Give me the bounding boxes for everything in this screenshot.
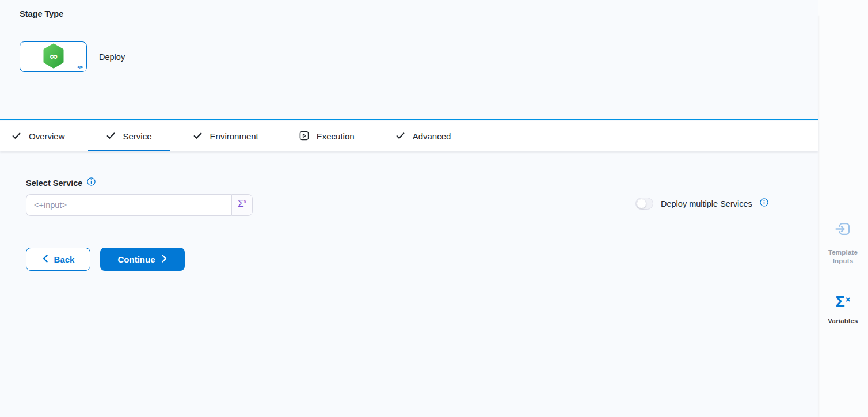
variables-rail-item[interactable]: Σ× Variables: [818, 294, 868, 325]
stage-card-label: Deploy: [99, 52, 125, 62]
tab-label: Execution: [317, 131, 355, 141]
select-service-label-row: Select Service: [26, 177, 96, 188]
stage-type-section: Stage Type ∞ </> Deploy: [0, 0, 818, 120]
variables-label: Variables: [825, 317, 862, 325]
toggle-knob: [637, 199, 646, 208]
check-icon: [395, 131, 405, 142]
back-button[interactable]: Back: [26, 248, 90, 271]
variables-sigma-icon: Σ×: [836, 294, 851, 310]
select-service-input-group: Σx: [26, 194, 253, 216]
stage-config-panel: Stage Type ∞ </> Deploy: [0, 0, 818, 417]
template-inputs-rail-item[interactable]: Template Inputs: [818, 221, 868, 266]
chevron-left-icon: [42, 255, 48, 264]
info-icon[interactable]: [760, 198, 768, 209]
code-view-icon: </>: [77, 65, 83, 70]
continue-button[interactable]: Continue: [100, 248, 185, 271]
tab-service[interactable]: Service: [88, 121, 170, 151]
deploy-stage-card[interactable]: ∞ </>: [20, 41, 87, 72]
svg-text:∞: ∞: [50, 50, 58, 62]
right-rail-divider: [818, 16, 818, 417]
check-icon: [12, 131, 21, 142]
deploy-multiple-services-row: Deploy multiple Services: [635, 198, 768, 210]
select-service-input[interactable]: [26, 194, 231, 216]
right-rail: Template Inputs Σ× Variables: [818, 0, 868, 417]
select-service-label: Select Service: [26, 179, 82, 188]
tab-label: Overview: [29, 131, 65, 141]
stage-tabs: Overview Service Environment Execution: [0, 121, 818, 151]
template-inputs-label: Template Inputs: [825, 248, 862, 266]
check-icon: [106, 131, 116, 142]
execution-play-icon: [299, 131, 309, 142]
chevron-right-icon: [161, 255, 167, 264]
template-inputs-icon: [835, 221, 851, 240]
tab-label: Environment: [210, 131, 258, 141]
tab-label: Service: [123, 131, 152, 141]
runtime-input-sigma-button[interactable]: Σx: [231, 194, 253, 216]
tab-label: Advanced: [413, 131, 451, 141]
deploy-multiple-services-label: Deploy multiple Services: [661, 199, 752, 208]
check-icon: [193, 131, 203, 142]
wizard-nav-buttons: Back Continue: [26, 248, 185, 271]
deploy-stage-icon: ∞: [42, 43, 65, 71]
stage-type-heading: Stage Type: [20, 9, 63, 18]
info-icon[interactable]: [87, 177, 96, 188]
tab-execution[interactable]: Execution: [281, 121, 372, 151]
tab-environment[interactable]: Environment: [175, 121, 276, 151]
tab-advanced[interactable]: Advanced: [378, 121, 469, 151]
service-tab-content: Select Service Σx Deploy multiple Servic…: [0, 151, 818, 417]
deploy-multiple-services-toggle[interactable]: [635, 198, 653, 210]
tab-overview[interactable]: Overview: [0, 121, 83, 151]
